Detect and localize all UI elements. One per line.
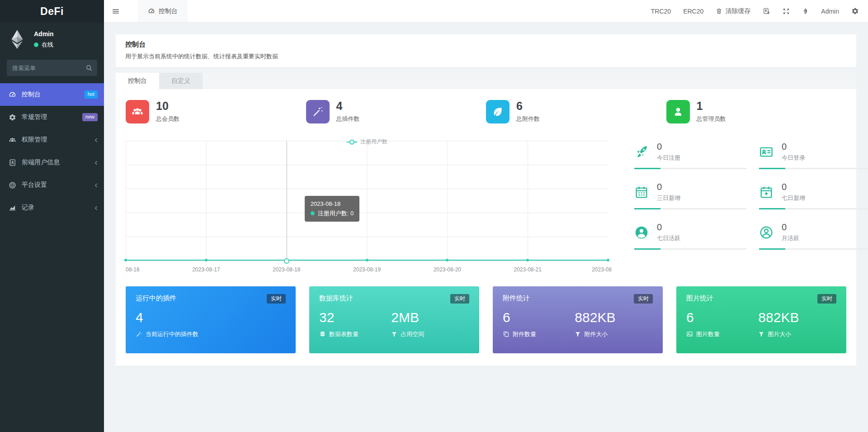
card-value: 882KB: [575, 310, 653, 326]
realtime-badge: 实时: [817, 294, 836, 304]
card-running-plugins[interactable]: 运行中的插件 实时 4 当前运行中的插件数: [126, 286, 296, 353]
gears-icon: [851, 7, 859, 15]
search-icon: [85, 64, 93, 71]
calendar-plus-icon: [759, 185, 775, 199]
filter-icon: [758, 331, 764, 337]
sidebar-item-label: 常规管理: [22, 113, 82, 121]
language-button[interactable]: [763, 7, 770, 15]
sidebar-item-label: 权限管理: [22, 136, 94, 144]
area-chart-icon: [8, 204, 16, 212]
user-circle-outline-icon: [759, 225, 775, 240]
search-input[interactable]: [7, 60, 97, 76]
x-tick: 2023-08-21: [514, 266, 541, 273]
sidebar-item-label: 前端用户信息: [22, 158, 94, 166]
card-metric-label: 占用空间: [401, 330, 424, 338]
mini-stat-today-logins: 0 今日登录: [759, 142, 868, 169]
mini-stat-label: 月活跃: [782, 234, 799, 242]
stat-value: 4: [336, 100, 360, 112]
hot-badge: hot: [85, 90, 98, 98]
stat-value: 1: [697, 100, 726, 112]
x-tick: 2023-08: [592, 266, 612, 273]
series-dot-icon: [311, 211, 315, 215]
page-subtitle: 用于展示当前系统中的统计数据、统计报表及重要实时数据: [125, 52, 847, 61]
chart-plot-area[interactable]: 2023-08-18 注册用户数: 0: [126, 141, 608, 261]
new-badge: new: [82, 113, 98, 121]
sidebar-item-dashboard[interactable]: 控制台 hot: [0, 83, 104, 106]
magic-wand-icon: [136, 331, 142, 337]
username-label[interactable]: Admin: [821, 8, 839, 15]
id-card-icon: [759, 145, 775, 159]
sidebar-item-frontend-users[interactable]: 前端用户信息 ‹: [0, 151, 104, 174]
mini-stat-bar: [634, 168, 746, 169]
rocket-icon: [634, 145, 651, 159]
stat-label: 总会员数: [156, 115, 179, 123]
realtime-cards-row: 运行中的插件 实时 4 当前运行中的插件数 数据库统计 实时 32: [126, 286, 846, 353]
sidebar-toggle-button[interactable]: [104, 0, 127, 22]
sidebar-item-permissions[interactable]: 权限管理 ‹: [0, 128, 104, 151]
user-circle-solid-icon: [634, 225, 651, 240]
fullscreen-button[interactable]: [783, 8, 790, 15]
dashboard-icon: [8, 91, 16, 99]
tab-dashboard[interactable]: 控制台: [116, 73, 159, 89]
tab-custom[interactable]: 自定义: [159, 73, 203, 89]
hovered-data-point: [284, 258, 289, 264]
clear-cache-button[interactable]: 清除缓存: [716, 7, 750, 15]
card-database-stats[interactable]: 数据库统计 实时 32 2MB 数据表数量 占用空间: [309, 286, 479, 353]
stat-label: 总插件数: [336, 115, 360, 123]
members-icon: [126, 100, 149, 123]
eth-avatar-icon: [7, 29, 28, 50]
mini-stat-value: 0: [657, 222, 680, 232]
mini-stat-value: 0: [657, 182, 680, 192]
stat-row: 10 总会员数 4 总插件数 6 总附件数: [126, 100, 846, 123]
topbar-tab-label: 控制台: [159, 7, 178, 15]
tooltip-date: 2023-08-18: [311, 199, 354, 209]
trc20-link[interactable]: TRC20: [651, 8, 671, 15]
sidebar: DeFi Admin 在线 控制台 hot: [0, 0, 104, 432]
card-value: 2MB: [391, 310, 469, 326]
sidebar-item-label: 记录: [22, 204, 94, 212]
card-title: 数据库统计: [319, 294, 353, 303]
sidebar-item-platform-settings[interactable]: 平台设置 ‹: [0, 174, 104, 196]
legend-label: 注册用户数: [360, 138, 387, 146]
user-status: 在线: [34, 41, 54, 49]
page-title: 控制台: [125, 40, 847, 49]
user-menu[interactable]: [802, 7, 809, 15]
dashboard-icon: [148, 8, 155, 15]
registered-users-chart[interactable]: 注册用户数 2023-08-18 注册用户数: 0: [126, 137, 608, 273]
card-metric-label: 数据表数量: [329, 330, 359, 338]
realtime-badge: 实时: [634, 294, 653, 304]
topbar-tab-dashboard[interactable]: 控制台: [138, 0, 187, 22]
mini-stat-bar: [634, 248, 746, 250]
mini-stat-label: 今日注册: [657, 154, 680, 162]
brand-logo: DeFi: [0, 0, 104, 23]
clear-cache-label: 清除缓存: [725, 7, 750, 15]
mini-stat-bar: [759, 248, 868, 250]
user-status-label: 在线: [42, 41, 53, 49]
topbar-right: TRC20 ERC20 清除缓存 Admin: [651, 0, 868, 22]
card-attachment-stats[interactable]: 附件统计 实时 6 882KB 附件数量 附件大小: [493, 286, 663, 353]
data-point: [205, 259, 208, 261]
erc20-link[interactable]: ERC20: [683, 8, 703, 15]
stat-label: 总管理员数: [697, 115, 726, 123]
chart-legend[interactable]: 注册用户数: [346, 138, 387, 146]
data-point: [446, 259, 448, 261]
sidebar-item-records[interactable]: 记录 ‹: [0, 196, 104, 219]
dashboard-panel: 10 总会员数 4 总插件数 6 总附件数: [116, 89, 856, 366]
filter-icon: [391, 331, 397, 337]
sidebar-item-general[interactable]: 常规管理 new: [0, 106, 104, 128]
mini-stat-bar: [759, 168, 868, 169]
user-panel: Admin 在线: [0, 23, 104, 55]
menu-icon: [112, 7, 120, 15]
axis-pointer: [287, 141, 287, 261]
mini-stat-7day-active: 0 七日活跃: [634, 222, 746, 250]
settings-button[interactable]: [851, 7, 859, 15]
filter-icon: [575, 331, 581, 337]
legend-marker-icon: [346, 142, 357, 142]
user-name: Admin: [34, 30, 54, 38]
card-metric-label: 当前运行中的插件数: [146, 330, 198, 338]
language-icon: [763, 7, 770, 15]
mini-stat-value: 0: [782, 182, 805, 192]
users-icon: [8, 136, 16, 144]
page-header: 控制台 用于展示当前系统中的统计数据、统计报表及重要实时数据: [116, 34, 856, 67]
card-image-stats[interactable]: 图片统计 实时 6 882KB 图片数量 图片大小: [676, 286, 846, 353]
